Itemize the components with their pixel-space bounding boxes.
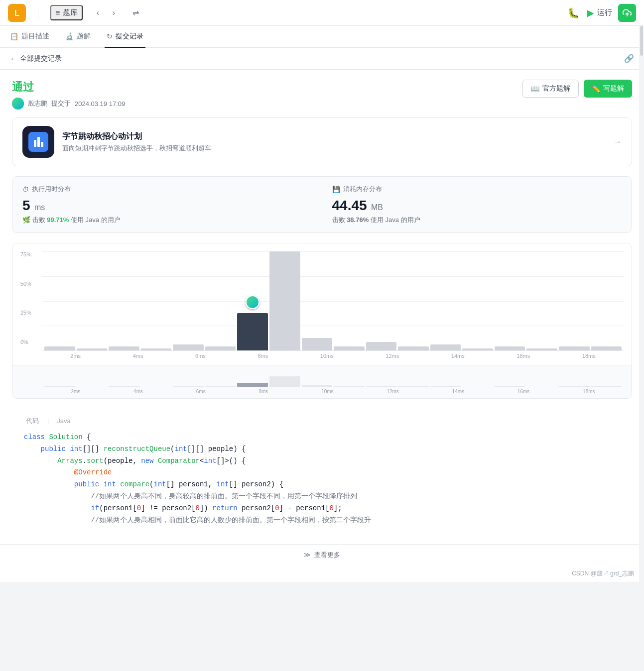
code-line-1: class Solution {	[24, 432, 620, 444]
write-solution-button[interactable]: ✏️ 写题解	[584, 80, 632, 98]
promo-logo	[22, 126, 54, 158]
time-beat-pct: 99.71%	[47, 216, 69, 224]
run-label: 运行	[597, 8, 612, 17]
action-buttons: 📖 官方题解 ✏️ 写题解	[522, 80, 632, 98]
next-button[interactable]: ›	[107, 6, 121, 20]
run-icon: ▶	[587, 7, 594, 18]
code-lang: 代码 ｜ Java	[24, 417, 620, 426]
clock-icon: ⏱	[22, 186, 29, 193]
memory-unit: MB	[371, 203, 383, 212]
solution-icon: 🔬	[65, 32, 74, 40]
run-button[interactable]: ▶ 运行	[587, 7, 612, 18]
debug-icon[interactable]: 🐛	[565, 5, 581, 21]
chart-bar-9	[334, 346, 365, 350]
memory-title-label: 消耗内存分布	[343, 185, 382, 194]
time-beat: 🌿 击败 99.71% 使用 Java 的用户	[22, 216, 312, 224]
main-content: ← 全部提交记录 🔗 通过 殷志鹏 提交于 2024.03.19 17:09	[0, 48, 644, 671]
see-more-button[interactable]: ≫ 查看更多	[0, 544, 644, 565]
promo-arrow-icon: →	[613, 137, 622, 147]
svg-text:L: L	[14, 8, 19, 17]
code-section: 代码 ｜ Java class Solution { public int[][…	[12, 409, 632, 534]
link-icon[interactable]: 🔗	[624, 54, 634, 63]
chart-bar-16	[559, 346, 590, 350]
chart-bar-5	[205, 346, 236, 350]
code-label: 代码	[26, 417, 39, 425]
time-beat-prefix: 击败	[32, 216, 45, 224]
chart-bar-13	[462, 348, 493, 350]
submit-time: 2024.03.19 17:09	[75, 100, 125, 108]
mini-x-18ms: 18ms	[583, 389, 595, 394]
see-more-label: 查看更多	[314, 551, 340, 559]
code-block: class Solution { public int[][] reconstr…	[24, 432, 620, 526]
y-axis: 75% 50% 25% 0%	[20, 251, 31, 345]
mini-x-12ms: 12ms	[386, 389, 398, 394]
avatar	[12, 98, 24, 110]
chart-bar-0	[44, 346, 75, 350]
back-label: 全部提交记录	[20, 54, 62, 63]
mini-bar-8	[302, 385, 333, 387]
prev-button[interactable]: ‹	[91, 6, 105, 20]
submit-button[interactable]	[618, 4, 636, 22]
code-line-4: @Override	[24, 467, 620, 479]
code-line-2: public int[][] reconstructQueue(int[][] …	[24, 444, 620, 455]
chart-bar-17	[591, 346, 622, 350]
scroll-thumb[interactable]	[640, 26, 643, 56]
scrollbar[interactable]	[639, 26, 644, 671]
mini-bar-7	[269, 376, 300, 387]
shuffle-button[interactable]: ⇌	[129, 6, 142, 20]
promo-card[interactable]: 字节跳动秋招心动计划 面向短期冲刺字节跳动秋招选手，秋招弯道顺利超车 →	[12, 117, 632, 166]
list-icon: ≡	[55, 8, 60, 17]
mini-x-6ms: 6ms	[196, 389, 206, 394]
user-info: 殷志鹏 提交于 2024.03.19 17:09	[12, 98, 125, 110]
description-icon: 📋	[10, 32, 18, 40]
memory-beat-pct: 38.76%	[347, 216, 369, 224]
chart-bar-10	[366, 342, 397, 350]
footer: CSDN @殷↗ grd_志鹏	[0, 565, 644, 582]
tab-solution[interactable]: 🔬 题解	[63, 26, 93, 48]
submission-card: 通过 殷志鹏 提交于 2024.03.19 17:09 📖 官方题解 ✏️	[0, 70, 644, 544]
time-title-label: 执行用时分布	[32, 185, 71, 194]
chart-bar-14	[495, 346, 525, 350]
mini-bar-11	[398, 386, 429, 387]
memory-number: 44.45	[332, 198, 367, 213]
mini-bar-16	[559, 386, 590, 387]
y-label-25: 25%	[20, 310, 31, 316]
official-solution-button[interactable]: 📖 官方题解	[522, 80, 579, 98]
time-stat-card: ⏱ 执行用时分布 5 ms 🌿 击败 99.71% 使用 Java 的用户	[12, 177, 322, 232]
write-btn-label: 写题解	[603, 84, 624, 93]
code-language: Java	[57, 417, 70, 425]
y-label-50: 50%	[20, 281, 31, 287]
chart-bar-15	[526, 348, 557, 350]
x-label-8ms: 8ms	[258, 353, 268, 359]
time-number: 5	[22, 198, 30, 213]
sub-navigation: 📋 题目描述 🔬 题解 ↻ 提交记录	[0, 26, 644, 48]
x-axis: 2ms 4ms 6ms 8ms 10ms 12ms 14ms 16ms 18ms	[42, 351, 624, 365]
back-button[interactable]: ← 全部提交记录	[10, 54, 62, 63]
y-label-75: 75%	[20, 251, 31, 257]
logo[interactable]: L	[8, 4, 26, 22]
mini-bar-9	[334, 386, 365, 387]
code-line-8: //如果两个人身高相同，前面比它高的人数少的排前面。第一个字段相同，按第二个字段…	[24, 515, 620, 527]
mini-bar-12	[430, 386, 461, 387]
grid-line-25	[42, 301, 624, 302]
see-more-icon: ≫	[304, 551, 311, 559]
tab-submissions[interactable]: ↻ 提交记录	[105, 26, 145, 48]
tab-description[interactable]: 📋 题目描述	[8, 26, 51, 48]
memory-stat-card: 💾 消耗内存分布 44.45 MB 击败 38.76% 使用 Java 的用户	[322, 177, 632, 232]
chart-area: 75% 50% 25% 0%	[12, 243, 632, 365]
code-line-5: public int compare(int[] person1, int[] …	[24, 479, 620, 491]
back-arrow-icon: ←	[10, 55, 17, 63]
problem-bank-button[interactable]: ≡ 题库	[50, 5, 83, 20]
official-btn-label: 官方题解	[542, 84, 570, 93]
logo-bars-icon	[34, 137, 43, 147]
submit-prefix: 提交于	[51, 99, 71, 108]
memory-icon: 💾	[332, 186, 340, 193]
code-line-7: if(person1[0] != person2[0]) return pers…	[24, 503, 620, 515]
edit-icon: ✏️	[592, 85, 600, 93]
grid-line-75	[42, 251, 624, 252]
chart-bar-4	[173, 344, 204, 350]
mini-bar-2	[109, 386, 139, 387]
mini-x-10ms: 10ms	[321, 389, 333, 394]
mini-bar-10	[366, 386, 397, 387]
mini-x-axis: 2ms 4ms 6ms 8ms 10ms 12ms 14ms 16ms 18ms	[42, 387, 624, 394]
